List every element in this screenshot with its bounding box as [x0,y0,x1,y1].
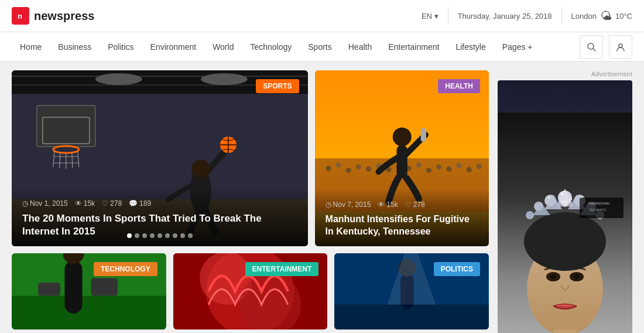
nav-item-pages[interactable]: Pages + [494,32,541,62]
svg-point-40 [426,168,431,173]
svg-point-30 [326,166,331,171]
header-right: EN ▾ Thursday, January 25, 2018 London 🌤… [422,7,632,25]
politics-badge[interactable]: POLITICS [434,262,480,276]
nav-item-sports[interactable]: Sports [300,32,340,62]
search-button[interactable] [580,35,603,59]
svg-rect-54 [91,278,118,295]
views-meta: 👁 15k [75,199,95,208]
svg-point-80 [560,192,564,195]
nav-item-health[interactable]: Health [340,32,380,62]
nav-item-home[interactable]: Home [12,32,50,62]
dot-1[interactable] [127,233,132,238]
svg-rect-89 [553,329,577,333]
likes-meta: ♡ 278 [102,199,122,208]
user-button[interactable] [609,35,632,59]
featured-card-sports[interactable]: SPORTS ◷ Nov 1, 2015 👁 15k ♡ 278 💬 189 T… [12,70,308,246]
svg-rect-47 [396,145,407,178]
weather-icon: 🌤 [600,9,612,23]
nav-item-business[interactable]: Business [50,32,100,62]
nav-item-entertainment[interactable]: Entertainment [380,32,447,62]
temperature: 10°C [615,12,632,21]
search-icon [587,42,596,52]
svg-point-34 [366,167,371,172]
divider [448,7,448,25]
main-content: SPORTS ◷ Nov 1, 2015 👁 15k ♡ 278 💬 189 T… [0,62,644,333]
svg-point-43 [456,163,461,168]
svg-point-32 [345,168,351,173]
likes-meta-m: ♡ 278 [405,201,425,209]
svg-point-45 [476,164,481,169]
entertainment-badge[interactable]: ENTERTAINMENT [245,262,319,276]
date-meta: ◷ Nov 1, 2015 [22,199,68,208]
dot-2[interactable] [135,233,139,238]
date-meta-m: ◷ Nov 7, 2015 [326,201,371,209]
svg-point-42 [446,167,451,172]
small-card-politics[interactable]: POLITICS [334,253,489,329]
content-area: SPORTS ◷ Nov 1, 2015 👁 15k ♡ 278 💬 189 T… [12,70,489,333]
date-display: Thursday, January 25, 2018 [458,12,552,21]
ad-image: SWAROVSKI ELEMENTS [498,113,632,333]
featured-grid: SPORTS ◷ Nov 1, 2015 👁 15k ♡ 278 💬 189 T… [12,70,489,246]
dot-6[interactable] [165,233,170,238]
svg-point-44 [466,167,471,172]
nav-item-lifestyle[interactable]: Lifestyle [447,32,494,62]
nav-actions [580,35,632,59]
svg-point-70 [524,212,606,271]
svg-line-3 [593,49,595,51]
svg-point-9 [95,73,142,85]
city-label: London [571,12,597,21]
svg-point-10 [201,73,248,85]
advertisement-block[interactable]: SWAROVSKI ELEMENTS all things extraordin… [498,80,632,333]
svg-rect-55 [38,283,60,296]
sidebar: Advertisement [498,70,632,333]
svg-rect-52 [64,260,82,313]
svg-point-4 [619,44,622,47]
svg-point-41 [436,164,441,169]
dot-5[interactable] [157,233,162,238]
health-badge[interactable]: HEALTH [438,79,480,93]
svg-point-88 [561,200,568,207]
nav: Home Business Politics Environment World… [0,32,644,62]
dot-3[interactable] [142,233,147,238]
dot-7[interactable] [173,233,177,238]
svg-text:n: n [18,12,22,21]
nav-item-politics[interactable]: Politics [100,32,142,62]
divider2 [561,7,562,25]
logo-name[interactable]: newspress [34,9,94,23]
svg-rect-49 [420,128,426,142]
svg-point-39 [416,162,421,168]
svg-point-68 [550,274,556,279]
nav-links: Home Business Politics Environment World… [12,32,580,62]
dot-4[interactable] [150,233,155,238]
lang-selector[interactable]: EN ▾ [422,12,439,21]
card-title-medium: Manhunt Intensifies For Fugitive In Kent… [326,213,478,238]
svg-rect-13 [37,106,95,147]
sports-badge[interactable]: SPORTS [256,79,299,93]
featured-card-health[interactable]: HEALTH ◷ Nov 7, 2015 👁 15k ♡ 278 Manhunt… [315,70,489,246]
small-card-technology[interactable]: TECHNOLOGY [12,253,166,329]
nav-item-world[interactable]: World [204,32,242,62]
dot-9[interactable] [188,233,193,238]
logo-icon[interactable]: n [12,7,29,25]
card-overlay-medium: ◷ Nov 7, 2015 👁 15k ♡ 278 Manhunt Intens… [315,189,489,246]
nav-item-technology[interactable]: Technology [242,32,300,62]
svg-text:SWAROVSKI: SWAROVSKI [588,202,609,205]
logo-area: n newspress [12,7,422,25]
technology-badge[interactable]: TECHNOLOGY [94,262,157,276]
svg-point-31 [335,162,341,168]
small-card-entertainment[interactable]: ENTERTAINMENT [173,253,328,329]
slideshow-dots[interactable] [127,233,193,238]
svg-text:ELEMENTS: ELEMENTS [590,208,607,212]
svg-rect-61 [334,305,489,329]
user-icon [616,42,625,52]
card-meta-large: ◷ Nov 1, 2015 👁 15k ♡ 278 💬 189 [22,199,297,208]
svg-rect-51 [12,296,166,329]
comments-meta: 💬 189 [129,199,151,208]
svg-point-69 [574,274,580,279]
nav-item-environment[interactable]: Environment [142,32,205,62]
svg-point-33 [355,164,361,169]
advertisement-label: Advertisement [498,70,632,77]
svg-point-48 [392,127,411,146]
views-meta-m: 👁 15k [378,201,398,209]
dot-8[interactable] [180,233,185,238]
